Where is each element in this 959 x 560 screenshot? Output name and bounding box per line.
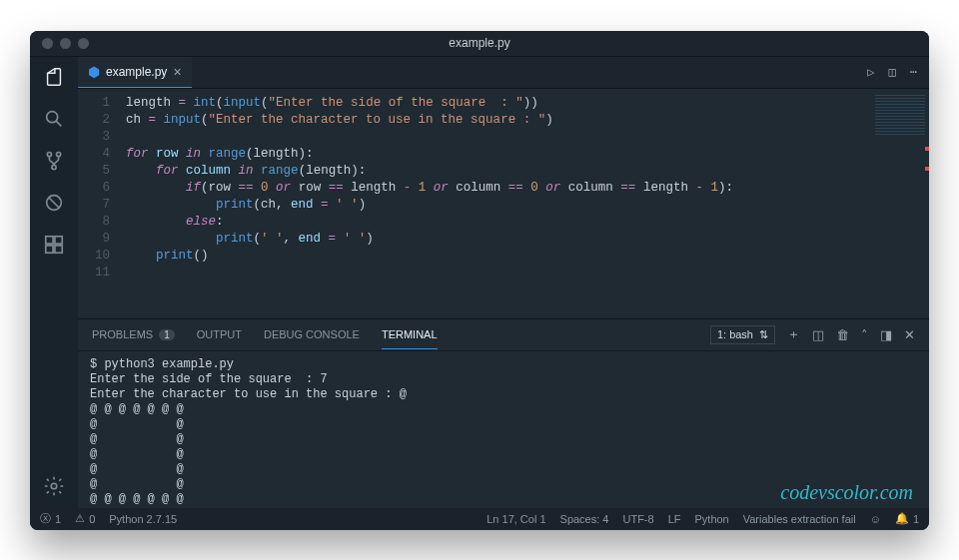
close-tab-icon[interactable]: × [173,65,181,79]
kill-terminal-icon[interactable]: 🗑 [836,327,849,342]
svg-point-4 [52,165,56,169]
svg-line-6 [49,197,60,208]
status-eol[interactable]: LF [668,513,681,525]
svg-rect-8 [55,236,62,243]
status-python-version[interactable]: Python 2.7.15 [109,513,177,525]
svg-point-3 [56,152,60,156]
new-terminal-icon[interactable]: ＋ [787,325,800,343]
status-notifications[interactable]: 🔔 1 [895,512,919,525]
editor-actions: ▷ ◫ ⋯ [867,57,929,88]
status-ext-msg[interactable]: Variables extraction fail [743,513,856,525]
tab-problems-label: PROBLEMS [92,328,153,340]
terminal-selector[interactable]: 1: bash⇅ [710,325,775,344]
editor-window: example.py [30,31,929,530]
svg-rect-10 [55,245,62,252]
chevron-updown-icon: ⇅ [759,328,768,341]
maximize-panel-icon[interactable]: ◨ [880,327,892,342]
svg-point-2 [47,152,51,156]
run-icon[interactable]: ▷ [867,65,874,80]
tab-problems[interactable]: PROBLEMS 1 [92,328,175,340]
status-encoding[interactable]: UTF-8 [622,513,653,525]
svg-rect-9 [46,245,53,252]
split-terminal-icon[interactable]: ◫ [812,327,824,342]
titlebar: example.py [30,31,929,57]
status-bar: ⓧ 1 ⚠ 0 Python 2.7.15 Ln 17, Col 1 Space… [30,508,929,530]
svg-rect-7 [46,236,53,243]
minimap[interactable] [869,89,929,318]
settings-gear-icon[interactable] [42,474,66,498]
tab-label: example.py [106,65,167,79]
panel-actions: 1: bash⇅ ＋ ◫ 🗑 ˄ ◨ ✕ [710,325,915,344]
workbench: ⬢ example.py × ▷ ◫ ⋯ 1234567891011 lengt… [30,57,929,508]
svg-point-0 [47,111,58,122]
split-editor-icon[interactable]: ◫ [889,65,896,80]
terminal-selector-label: 1: bash [717,328,753,340]
terminal[interactable]: $ python3 example.py Enter the side of t… [78,351,929,508]
status-indent[interactable]: Spaces: 4 [560,513,609,525]
tab-terminal[interactable]: TERMINAL [382,328,438,349]
close-panel-icon[interactable]: ✕ [904,327,915,342]
status-language[interactable]: Python [694,513,728,525]
window-title: example.py [30,36,929,50]
svg-point-11 [51,483,57,489]
search-icon[interactable] [42,107,66,131]
activity-bar [30,57,78,508]
source-control-icon[interactable] [42,149,66,173]
python-file-icon: ⬢ [88,65,100,79]
line-numbers: 1234567891011 [78,89,118,318]
tab-debug-console[interactable]: DEBUG CONSOLE [264,328,360,340]
extensions-icon[interactable] [42,233,66,257]
problems-count-badge: 1 [159,329,175,340]
minimap-error-marker [925,147,929,151]
panel-tab-bar: PROBLEMS 1 OUTPUT DEBUG CONSOLE TERMINAL… [78,319,929,351]
chevron-up-icon[interactable]: ˄ [861,327,868,342]
bottom-panel: PROBLEMS 1 OUTPUT DEBUG CONSOLE TERMINAL… [78,318,929,508]
tab-example-py[interactable]: ⬢ example.py × [78,57,192,88]
more-actions-icon[interactable]: ⋯ [910,65,917,80]
tab-bar: ⬢ example.py × ▷ ◫ ⋯ [78,57,929,89]
tab-output[interactable]: OUTPUT [197,328,242,340]
debug-icon[interactable] [42,191,66,215]
code-editor[interactable]: 1234567891011 length = int(input("Enter … [78,89,929,318]
code-content[interactable]: length = int(input("Enter the side of th… [118,89,869,318]
status-warnings[interactable]: ⚠ 0 [75,512,95,525]
status-cursor-pos[interactable]: Ln 17, Col 1 [486,513,545,525]
main-area: ⬢ example.py × ▷ ◫ ⋯ 1234567891011 lengt… [78,57,929,508]
explorer-icon[interactable] [42,65,66,89]
minimap-error-marker [925,167,929,171]
svg-line-1 [56,121,61,126]
status-feedback-icon[interactable]: ☺ [870,513,881,525]
status-errors[interactable]: ⓧ 1 [40,511,61,526]
